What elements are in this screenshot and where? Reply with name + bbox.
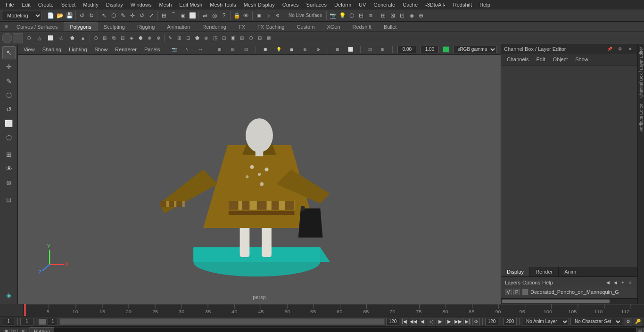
prim6-icon[interactable]: ⬢ — [136, 34, 145, 42]
tab-display[interactable]: Display — [501, 267, 530, 276]
frame-field2[interactable] — [20, 318, 33, 325]
redo-icon[interactable]: ↻ — [87, 11, 96, 20]
vp-shadow-icon[interactable]: ◼ — [287, 45, 297, 54]
nav-show[interactable]: Show — [572, 56, 591, 63]
prim2-icon[interactable]: ⊞ — [100, 34, 109, 42]
tab-redshift[interactable]: Redshift — [347, 22, 378, 31]
open-icon[interactable]: 📂 — [56, 11, 64, 20]
timeline[interactable]: 5 10 15 20 25 30 35 40 45 50 55 60 65 70… — [0, 304, 644, 316]
range-start-field[interactable] — [48, 318, 58, 325]
cylinder-icon[interactable]: ⬡ — [24, 33, 34, 43]
edit5-icon[interactable]: ⊗ — [202, 34, 210, 42]
edit3-icon[interactable]: ⊡ — [184, 34, 192, 42]
tab-curves-surfaces[interactable]: Curves / Surfaces — [10, 22, 64, 31]
edit10-icon[interactable]: ⬡ — [247, 34, 255, 42]
res5-icon[interactable]: ⊛ — [417, 11, 425, 20]
zoom-field[interactable] — [420, 46, 439, 53]
res3-icon[interactable]: ⊡ — [398, 11, 406, 20]
paint-sel-icon[interactable]: ✎ — [2, 74, 16, 88]
vp-hud-icon[interactable]: ⊞ — [333, 45, 342, 54]
sw-maximize-btn[interactable]: ⊞ — [3, 329, 9, 332]
anim-layer-dropdown[interactable]: No Anim Layer — [522, 318, 569, 325]
attr-icon[interactable]: ⊟ — [357, 11, 365, 20]
layer-next-icon[interactable]: ◀ — [612, 279, 619, 286]
vp-xray-icon[interactable]: ⊕ — [300, 45, 310, 54]
cb-settings-icon[interactable]: ⚙ — [616, 45, 624, 53]
edit6-icon[interactable]: ◳ — [211, 34, 219, 42]
edit2-icon[interactable]: ⊞ — [175, 34, 183, 42]
layer-settings-icon[interactable]: ≡ — [627, 279, 634, 286]
render-icon[interactable]: ▣ — [255, 11, 263, 20]
range-end-field[interactable] — [386, 318, 399, 325]
end-frame-field[interactable] — [485, 318, 498, 325]
edit9-icon[interactable]: ⊞ — [238, 34, 246, 42]
settings-icon[interactable]: ⚙ — [2, 23, 10, 31]
menu-curves[interactable]: Curves — [279, 1, 303, 8]
paint-icon[interactable]: ✎ — [119, 11, 127, 20]
rotation-field[interactable] — [397, 46, 416, 53]
sphere-icon[interactable] — [2, 33, 12, 43]
vp-isolate-icon[interactable]: ⊗ — [314, 45, 323, 54]
tab-rigging[interactable]: Rigging — [131, 22, 161, 31]
menu-select[interactable]: Select — [58, 1, 80, 8]
lasso-icon[interactable]: ⬡ — [109, 11, 118, 20]
vp-menu-view[interactable]: View — [22, 46, 37, 53]
symmetry-icon[interactable]: ⇌ — [201, 11, 209, 20]
live-surface-btn[interactable]: No Live Surface — [286, 11, 324, 19]
menu-help[interactable]: Help — [476, 1, 494, 8]
tab-fx[interactable]: FX — [232, 22, 251, 31]
edit1-icon[interactable]: ✎ — [166, 34, 174, 42]
python-run-icon[interactable]: ⏎ — [636, 328, 644, 332]
menu-mesh[interactable]: Mesh — [155, 1, 175, 8]
edit11-icon[interactable]: ⊟ — [256, 34, 264, 42]
vp-menu-panels[interactable]: Panels — [142, 46, 162, 53]
save-icon[interactable]: 💾 — [65, 11, 74, 20]
isolate-icon[interactable]: ⊕ — [2, 176, 16, 189]
vp-shaded-icon[interactable]: ⊡ — [241, 45, 251, 54]
menu-redshift[interactable]: Redshift — [449, 1, 476, 8]
light-icon[interactable]: 💡 — [338, 11, 347, 20]
plane-icon[interactable]: ⬜ — [45, 33, 56, 43]
menu-modify[interactable]: Modify — [79, 1, 102, 8]
range-handle-left[interactable] — [39, 319, 46, 324]
camera-icon[interactable]: 📷 — [329, 11, 337, 20]
tab-anim[interactable]: Anim — [559, 267, 582, 276]
show-hide-icon[interactable]: 👁 — [2, 162, 16, 175]
menu-create[interactable]: Create — [34, 1, 58, 8]
menu-cache[interactable]: Cache — [399, 1, 421, 8]
select-tool-icon[interactable]: ↖ — [2, 46, 16, 59]
prim7-icon[interactable]: ⊕ — [145, 34, 154, 42]
tab-custom[interactable]: Custom — [291, 22, 321, 31]
edit12-icon[interactable]: ⊠ — [264, 34, 273, 42]
vp-grid-icon[interactable]: ⊞ — [215, 45, 224, 54]
char-set-settings-btn[interactable]: ⚙ — [624, 318, 632, 325]
vp-wire-icon[interactable]: ⊟ — [228, 45, 238, 54]
color-space-dropdown[interactable]: sRGB gamma Linear Raw — [453, 46, 497, 53]
vp-sel-icon[interactable]: ↖ — [183, 45, 192, 54]
current-frame-field[interactable] — [2, 318, 15, 325]
move-icon[interactable]: ✛ — [128, 11, 137, 20]
snap-grid-icon[interactable]: ⊞ — [160, 11, 168, 20]
layer-prev-icon[interactable]: ◀ — [604, 279, 611, 286]
vp-menu-show[interactable]: Show — [93, 46, 110, 53]
tab-render[interactable]: Render — [530, 267, 559, 276]
edit4-icon[interactable]: ⬟ — [193, 34, 201, 42]
snap-proj-icon[interactable]: ⊡ — [2, 193, 16, 206]
python-label[interactable]: Python — [30, 327, 54, 332]
layers-nav-options[interactable]: Options — [522, 280, 540, 285]
prism-icon[interactable]: ⬟ — [67, 33, 77, 43]
go-start-btn[interactable]: |◀ — [401, 318, 408, 325]
char-set-key-btn[interactable]: 🔑 — [634, 318, 642, 325]
rotate-icon[interactable]: ↺ — [138, 11, 146, 20]
menu-mesh-tools[interactable]: Mesh Tools — [206, 1, 239, 8]
lasso-sel-icon[interactable]: ⬡ — [2, 131, 16, 144]
menu-uv[interactable]: UV — [355, 1, 370, 8]
cam-icon[interactable]: 📷 — [170, 45, 179, 54]
range-slider[interactable] — [59, 318, 385, 325]
menu-mesh-display[interactable]: Mesh Display — [240, 1, 279, 8]
snap-curve-icon[interactable]: ⌒ — [169, 11, 178, 20]
python-input[interactable] — [54, 328, 636, 332]
edit8-icon[interactable]: ▣ — [229, 34, 237, 42]
prim4-icon[interactable]: ⊟ — [118, 34, 127, 42]
step-back-btn[interactable]: ◀ — [419, 318, 426, 325]
